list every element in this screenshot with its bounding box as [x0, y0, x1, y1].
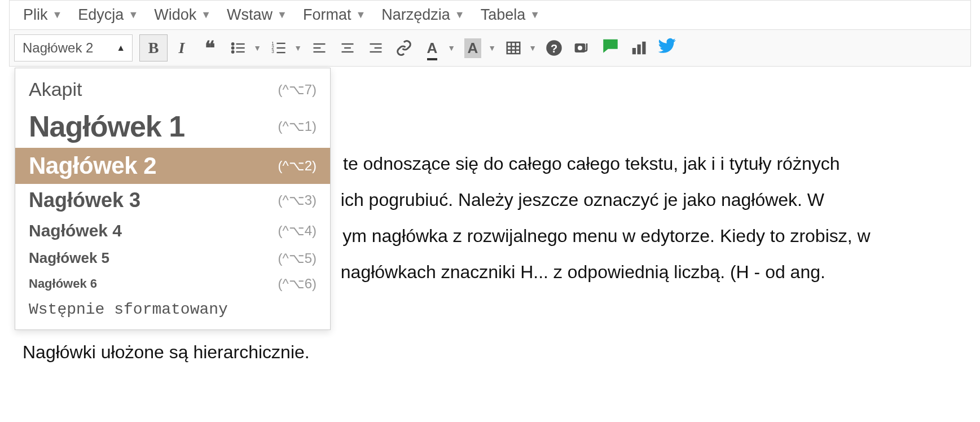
menubar: Plik ▼ Edycja ▼ Widok ▼ Wstaw ▼ Format ▼…: [9, 0, 971, 29]
dropdown-shortcut: (^⌥5): [278, 250, 317, 266]
caret-down-icon: ▼: [455, 9, 465, 21]
text-fragment: te odnoszące się do całego całego tekstu…: [343, 153, 840, 174]
menu-view-label: Widok: [154, 6, 196, 24]
dropdown-label: Akapit: [29, 78, 82, 100]
format-select[interactable]: Nagłówek 2 ▲ Akapit (^⌥7) Nagłówek 1 (^⌥…: [14, 34, 133, 61]
text-color-button[interactable]: A ▼: [418, 34, 446, 61]
svg-point-0: [232, 43, 234, 45]
twitter-icon: [657, 36, 676, 60]
editor-wrapper: Plik ▼ Edycja ▼ Widok ▼ Wstaw ▼ Format ▼…: [0, 0, 980, 393]
svg-point-2: [232, 47, 234, 49]
bullet-list-icon: [230, 40, 246, 56]
comment-button[interactable]: [596, 34, 625, 61]
bold-icon: B: [148, 39, 159, 57]
highlight-color-button[interactable]: A ▼: [459, 34, 487, 61]
menu-format[interactable]: Format ▼: [303, 6, 366, 24]
svg-rect-21: [507, 42, 520, 54]
text-fragment: nagłówkach znaczniki H... z odpowiednią …: [341, 262, 825, 282]
chart-button[interactable]: [625, 34, 653, 61]
format-select-value: Nagłówek 2: [23, 40, 93, 56]
italic-button[interactable]: I: [168, 34, 196, 61]
dropdown-item-h5[interactable]: Nagłówek 5 (^⌥5): [15, 245, 330, 271]
menu-format-label: Format: [303, 6, 351, 24]
menu-tools-label: Narzędzia: [381, 6, 450, 24]
menu-file-label: Plik: [23, 6, 48, 24]
dropdown-label: Nagłówek 5: [29, 249, 109, 267]
dropdown-item-h3[interactable]: Nagłówek 3 (^⌥3): [15, 184, 330, 217]
caret-down-icon: ▼: [253, 43, 261, 52]
dropdown-label: Nagłówek 4: [29, 221, 122, 240]
align-left-icon: [311, 40, 327, 56]
media-button[interactable]: [568, 34, 596, 61]
link-button[interactable]: [390, 34, 418, 61]
twitter-button[interactable]: [653, 34, 681, 61]
svg-text:3: 3: [271, 49, 274, 54]
content-line: Nagłówki ułożone są hierarchicznie.: [23, 334, 957, 370]
quote-icon: ❝: [205, 37, 215, 59]
text-fragment: ich pogrubiuć. Należy jeszcze oznaczyć j…: [341, 190, 824, 210]
dropdown-shortcut: (^⌥7): [278, 82, 317, 98]
bar-chart-icon: [630, 39, 647, 56]
dropdown-item-h2[interactable]: Nagłówek 2 (^⌥2): [15, 148, 330, 184]
menu-view[interactable]: Widok ▼: [154, 6, 211, 24]
caret-down-icon: ▼: [52, 9, 63, 21]
svg-rect-30: [632, 48, 636, 54]
toolbar: Nagłówek 2 ▲ Akapit (^⌥7) Nagłówek 1 (^⌥…: [9, 29, 971, 67]
align-center-icon: [340, 40, 355, 56]
numbered-list-icon: 123: [271, 40, 287, 56]
bold-button[interactable]: B: [139, 34, 168, 61]
dropdown-item-preformatted[interactable]: Wstępnie sformatowany: [15, 296, 330, 323]
caret-down-icon: ▼: [277, 9, 287, 21]
align-right-icon: [368, 40, 384, 56]
svg-rect-32: [642, 42, 645, 55]
menu-tools[interactable]: Narzędzia ▼: [381, 6, 464, 24]
align-center-button[interactable]: [333, 34, 362, 61]
svg-rect-11: [277, 52, 285, 53]
dropdown-label: Nagłówek 1: [29, 109, 184, 143]
svg-rect-7: [277, 43, 285, 44]
dropdown-shortcut: (^⌥3): [278, 192, 317, 208]
caret-down-icon: ▼: [201, 9, 211, 21]
dropdown-shortcut: (^⌥1): [278, 118, 317, 134]
menu-table-label: Tabela: [481, 6, 526, 24]
text-fragment: ym nagłówka z rozwijalnego menu w edytor…: [342, 226, 871, 246]
dropdown-shortcut: (^⌥4): [278, 223, 317, 239]
svg-point-29: [578, 46, 582, 50]
align-right-button[interactable]: [362, 34, 390, 61]
caret-down-icon: ▼: [530, 9, 540, 21]
help-button[interactable]: ?: [540, 34, 568, 61]
link-icon: [395, 39, 412, 56]
dropdown-item-h6[interactable]: Nagłówek 6 (^⌥6): [15, 271, 330, 296]
svg-text:?: ?: [551, 42, 557, 55]
caret-down-icon: ▼: [447, 43, 455, 52]
caret-down-icon: ▼: [355, 9, 366, 21]
italic-icon: I: [179, 39, 185, 57]
help-icon: ?: [546, 39, 562, 56]
menu-insert[interactable]: Wstaw ▼: [227, 6, 287, 24]
bullet-list-button[interactable]: ▼: [224, 34, 252, 61]
caret-down-icon: ▼: [128, 9, 138, 21]
numbered-list-button[interactable]: 123 ▼: [265, 34, 293, 61]
caret-down-icon: ▼: [529, 43, 537, 52]
svg-rect-31: [638, 45, 641, 55]
caret-down-icon: ▼: [488, 43, 496, 52]
table-icon: [505, 39, 522, 56]
camera-music-icon: [573, 39, 591, 57]
menu-file[interactable]: Plik ▼: [23, 6, 62, 24]
dropdown-label: Wstępnie sformatowany: [29, 301, 228, 318]
menu-insert-label: Wstaw: [227, 6, 273, 24]
svg-point-4: [232, 51, 234, 53]
dropdown-shortcut: (^⌥2): [278, 158, 317, 174]
blockquote-button[interactable]: ❝: [196, 34, 224, 61]
dropdown-item-paragraph[interactable]: Akapit (^⌥7): [15, 74, 330, 105]
menu-edit[interactable]: Edycja ▼: [78, 6, 138, 24]
dropdown-item-h4[interactable]: Nagłówek 4 (^⌥4): [15, 217, 330, 245]
insert-table-button[interactable]: ▼: [499, 34, 528, 61]
svg-rect-9: [277, 47, 285, 49]
caret-down-icon: ▼: [294, 43, 302, 52]
menu-table[interactable]: Tabela ▼: [481, 6, 540, 24]
dropdown-item-h1[interactable]: Nagłówek 1 (^⌥1): [15, 105, 330, 148]
align-left-button[interactable]: [305, 34, 333, 61]
caret-up-icon: ▲: [116, 43, 125, 53]
dropdown-label: Nagłówek 6: [29, 276, 97, 291]
